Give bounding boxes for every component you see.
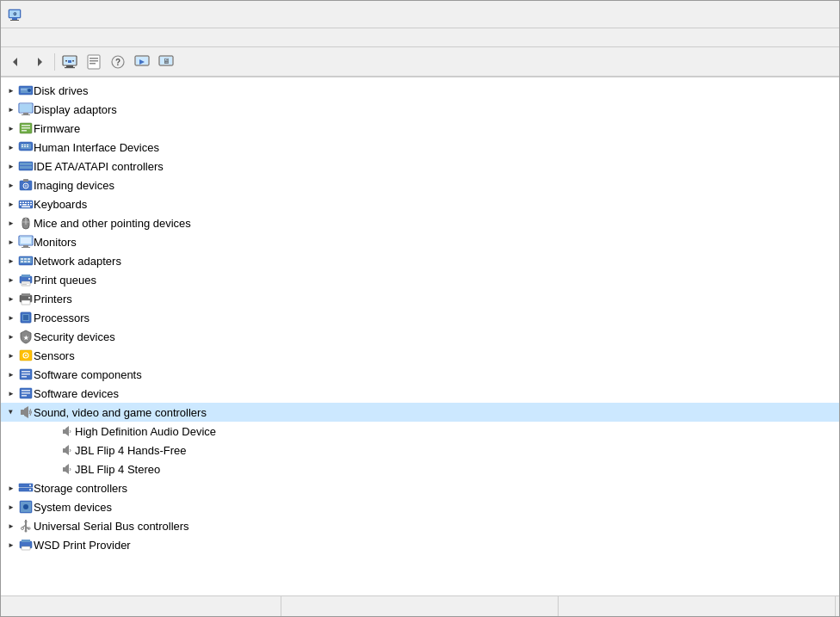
- svg-rect-9: [65, 67, 75, 68]
- svg-rect-36: [22, 127, 30, 129]
- svg-marker-106: [24, 406, 28, 418]
- svg-rect-33: [22, 114, 30, 115]
- storage-icon: [18, 480, 34, 496]
- tree-item-jbl-stereo[interactable]: JBL Flip 4 Stereo: [1, 460, 839, 478]
- tree-item-processors[interactable]: ►Processors: [1, 308, 839, 327]
- menu-view[interactable]: [32, 36, 46, 40]
- tree-item-imaging[interactable]: ►Imaging devices: [1, 176, 839, 194]
- svg-rect-77: [24, 261, 27, 262]
- tree-item-security[interactable]: ►★Security devices: [1, 327, 839, 346]
- properties-button[interactable]: [83, 51, 105, 73]
- keyboard-icon: [18, 196, 34, 212]
- svg-rect-63: [22, 207, 30, 208]
- chevron-collapsed-icon: ►: [4, 292, 18, 305]
- svg-rect-41: [24, 145, 26, 145]
- tree-item-sound[interactable]: ►Sound, video and game controllers: [1, 403, 839, 422]
- back-button[interactable]: [4, 51, 27, 73]
- tree-item-network[interactable]: ►Network adapters: [1, 251, 839, 270]
- svg-rect-55: [22, 202, 24, 204]
- svg-rect-107: [63, 429, 65, 434]
- tree-item-usb[interactable]: ►Universal Serial Bus controllers: [1, 516, 839, 535]
- svg-rect-60: [22, 204, 27, 206]
- scan-button[interactable]: 🖥: [155, 51, 177, 73]
- tree-item-high-def-audio[interactable]: High Definition Audio Device: [1, 422, 839, 441]
- close-button[interactable]: [793, 1, 832, 28]
- svg-point-126: [25, 530, 28, 533]
- chevron-expanded-icon: ►: [4, 405, 18, 419]
- tree-item-human-interface[interactable]: ►Human Interface Devices: [1, 138, 839, 157]
- chevron-collapsed-icon: ►: [4, 197, 18, 211]
- imaging-icon: [18, 177, 34, 193]
- help-button[interactable]: ?: [107, 51, 129, 73]
- tree-item-display-adaptors[interactable]: ►Display adaptors: [1, 100, 839, 119]
- svg-rect-87: [22, 293, 30, 296]
- svg-rect-15: [90, 58, 98, 59]
- tree-item-storage[interactable]: ►Storage controllers: [1, 478, 839, 497]
- tree-item-print-queues[interactable]: ►Print queues: [1, 270, 839, 289]
- audio-icon: [59, 461, 75, 477]
- tree-item-sensors[interactable]: ►Sensors: [1, 346, 839, 365]
- processor-icon: [18, 310, 34, 325]
- svg-rect-54: [20, 202, 22, 204]
- network-icon: [18, 253, 34, 268]
- minimize-button[interactable]: [713, 1, 753, 28]
- forward-button[interactable]: [28, 51, 51, 73]
- svg-rect-84: [22, 284, 27, 285]
- svg-rect-44: [24, 146, 26, 147]
- svg-marker-6: [38, 58, 42, 66]
- device-manager-window: ⚙: [0, 0, 840, 617]
- svg-point-89: [28, 297, 30, 299]
- svg-point-85: [28, 278, 30, 280]
- tree-item-label: Disk drives: [34, 84, 89, 97]
- show-computer-button[interactable]: [59, 51, 81, 73]
- svg-rect-74: [21, 258, 23, 260]
- svg-rect-105: [21, 410, 24, 415]
- software-icon: [18, 386, 34, 401]
- svg-rect-2: [10, 20, 19, 21]
- tree-item-firmware[interactable]: ►Firmware: [1, 119, 839, 138]
- update-driver-button[interactable]: [131, 51, 153, 73]
- tree-item-ide[interactable]: ►IDE ATA/ATAPI controllers: [1, 157, 839, 176]
- tree-item-monitors[interactable]: ►Monitors: [1, 232, 839, 251]
- menu-file[interactable]: [4, 36, 18, 40]
- wsd-icon: [18, 537, 34, 552]
- chevron-collapsed-icon: ►: [4, 330, 18, 343]
- menu-help[interactable]: [46, 36, 59, 40]
- svg-point-119: [23, 504, 28, 509]
- chevron-collapsed-icon: ►: [4, 349, 18, 362]
- svg-point-96: [25, 355, 27, 356]
- svg-rect-37: [22, 130, 27, 132]
- tree-item-label: Network adapters: [34, 255, 121, 268]
- tree-item-software-devices[interactable]: ►Software devices: [1, 384, 839, 403]
- chevron-collapsed-icon: ►: [4, 538, 18, 552]
- tree-item-label: Sound, video and game controllers: [34, 406, 207, 419]
- svg-rect-100: [22, 376, 27, 378]
- tree-item-disk-drives[interactable]: ►Disk drives: [1, 81, 839, 100]
- tree-item-jbl-hands-free[interactable]: JBL Flip 4 Hands-Free: [1, 441, 839, 460]
- tree-item-software-components[interactable]: ►Software components: [1, 365, 839, 384]
- tree-item-label: System devices: [34, 501, 112, 514]
- menu-action[interactable]: [18, 36, 32, 40]
- maximize-button[interactable]: [753, 1, 793, 28]
- svg-rect-29: [21, 89, 27, 90]
- tree-item-wsd[interactable]: ►WSD Print Provider: [1, 535, 839, 554]
- tree-item-printers[interactable]: ►Printers: [1, 289, 839, 308]
- tree-item-keyboards[interactable]: ►Keyboards: [1, 194, 839, 213]
- svg-rect-48: [20, 166, 32, 169]
- tree-item-label: Software devices: [34, 387, 119, 400]
- chevron-collapsed-icon: ►: [4, 121, 18, 135]
- svg-rect-59: [20, 204, 22, 206]
- svg-rect-62: [30, 204, 32, 206]
- device-tree[interactable]: ►Disk drives►Display adaptors►Firmware►H…: [1, 77, 839, 595]
- tree-item-label: High Definition Audio Device: [75, 425, 216, 438]
- tree-item-system-devices[interactable]: ►System devices: [1, 497, 839, 516]
- tree-item-label: Security devices: [34, 330, 115, 343]
- svg-rect-17: [90, 63, 96, 65]
- tree-item-mice[interactable]: ►Mice and other pointing devices: [1, 213, 839, 232]
- content-area: ►Disk drives►Display adaptors►Firmware►H…: [1, 77, 839, 595]
- svg-rect-98: [22, 371, 30, 373]
- chevron-collapsed-icon: ►: [4, 102, 18, 116]
- svg-rect-109: [63, 448, 65, 453]
- tree-item-label: Keyboards: [34, 198, 87, 211]
- tree-item-label: Display adaptors: [34, 103, 117, 116]
